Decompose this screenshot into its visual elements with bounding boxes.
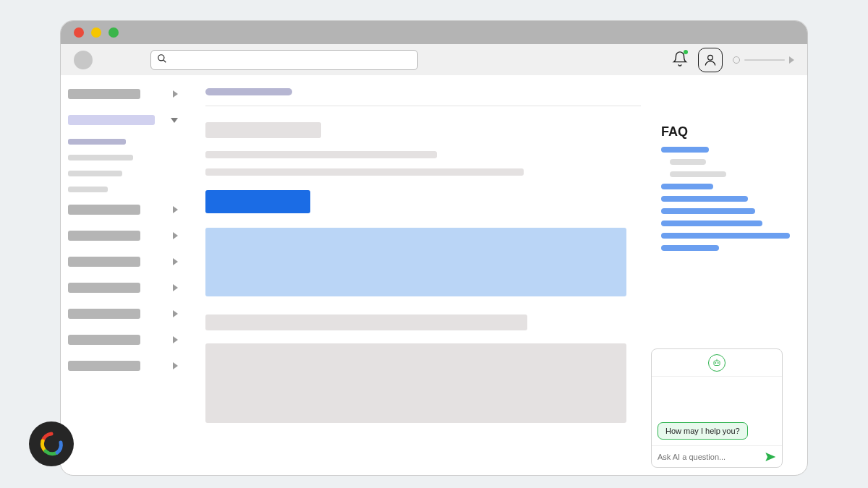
faq-link-5[interactable]	[661, 208, 755, 214]
slider-arrow-icon	[789, 56, 794, 64]
sidebar-item-6[interactable]	[68, 200, 178, 220]
sidebar-item-10[interactable]	[68, 304, 178, 324]
sidebar-item-label	[68, 335, 140, 345]
sidebar-item-label	[68, 283, 140, 293]
slider-track-icon	[744, 59, 785, 61]
svg-point-0	[158, 54, 164, 60]
chevron-right-icon	[173, 310, 178, 317]
search-input[interactable]	[171, 55, 412, 65]
paragraph-line	[205, 168, 524, 176]
svg-point-2	[708, 55, 713, 60]
content-panel	[205, 343, 626, 423]
chat-send-button[interactable]	[765, 451, 776, 463]
titlebar	[61, 21, 807, 44]
sidebar-item-label	[68, 187, 108, 192]
chat-bubble: How may I help you?	[658, 422, 748, 440]
svg-point-5	[718, 362, 718, 363]
search-icon	[157, 53, 167, 67]
sidebar-item-label	[68, 139, 126, 145]
minimize-button[interactable]	[91, 27, 101, 38]
faq-heading: FAQ	[661, 124, 796, 140]
chat-widget: How may I help you?	[651, 348, 783, 468]
faq-link-4[interactable]	[661, 196, 748, 202]
profile-button[interactable]	[698, 48, 723, 72]
faq-link-6[interactable]	[661, 221, 762, 226]
maximize-button[interactable]	[109, 27, 119, 38]
sidebar-item-label	[68, 205, 140, 215]
app-window: FAQ How may I help you?	[60, 20, 808, 476]
divider	[205, 106, 641, 106]
svg-point-4	[715, 362, 716, 363]
faq-link-2	[670, 171, 726, 177]
brand-badge[interactable]	[29, 421, 74, 466]
chevron-right-icon	[173, 258, 178, 265]
sidebar-item-label	[68, 155, 133, 160]
sidebar-item-label	[68, 171, 122, 176]
header-actions	[672, 48, 794, 72]
right-column: FAQ How may I help you?	[655, 75, 807, 475]
notifications-button[interactable]	[672, 51, 688, 69]
sidebar-item-4[interactable]	[68, 168, 178, 179]
chevron-right-icon	[173, 90, 178, 98]
faq-link-1	[670, 159, 706, 165]
chat-body: How may I help you?	[652, 377, 782, 445]
sidebar-item-label	[68, 115, 155, 125]
chevron-right-icon	[173, 336, 178, 343]
bot-avatar-icon	[708, 354, 726, 372]
chevron-down-icon	[171, 118, 178, 123]
sidebar-item-label	[68, 89, 140, 99]
chevron-right-icon	[173, 284, 178, 291]
sidebar-item-label	[68, 309, 140, 319]
sidebar	[61, 75, 184, 475]
sidebar-item-9[interactable]	[68, 278, 178, 298]
breadcrumb[interactable]	[205, 88, 292, 95]
notification-dot-icon	[684, 50, 688, 54]
sidebar-item-5[interactable]	[68, 184, 178, 195]
chat-input-row	[652, 445, 782, 467]
sidebar-item-12[interactable]	[68, 356, 178, 376]
sidebar-item-label	[68, 231, 140, 241]
primary-cta-button[interactable]	[205, 190, 310, 213]
sidebar-item-11[interactable]	[68, 330, 178, 350]
slider-knob-icon	[733, 56, 740, 64]
sidebar-item-label	[68, 257, 140, 267]
section-subheading	[205, 314, 527, 330]
chat-header	[652, 349, 782, 377]
faq-link-7[interactable]	[661, 233, 790, 239]
svg-line-1	[163, 60, 166, 62]
close-button[interactable]	[74, 27, 84, 38]
app-logo	[74, 51, 93, 69]
header-bar	[61, 44, 807, 75]
faq-link-0[interactable]	[661, 147, 709, 153]
sidebar-item-8[interactable]	[68, 252, 178, 272]
faq-link-8[interactable]	[661, 245, 719, 251]
sidebar-item-2[interactable]	[68, 136, 178, 147]
chevron-right-icon	[173, 362, 178, 369]
sidebar-item-0[interactable]	[68, 84, 178, 104]
chat-input[interactable]	[658, 453, 760, 461]
paragraph-line	[205, 151, 437, 158]
main-content	[184, 75, 655, 475]
svg-rect-3	[714, 361, 720, 365]
chevron-right-icon	[173, 206, 178, 213]
sidebar-item-1[interactable]	[68, 110, 178, 130]
page-title	[205, 122, 321, 138]
faq-link-3[interactable]	[661, 184, 713, 189]
chevron-right-icon	[173, 232, 178, 239]
sidebar-item-3[interactable]	[68, 152, 178, 163]
sidebar-item-7[interactable]	[68, 226, 178, 246]
info-panel	[205, 228, 626, 296]
sidebar-item-label	[68, 361, 140, 371]
search-box[interactable]	[150, 50, 418, 70]
header-slider[interactable]	[733, 56, 794, 64]
